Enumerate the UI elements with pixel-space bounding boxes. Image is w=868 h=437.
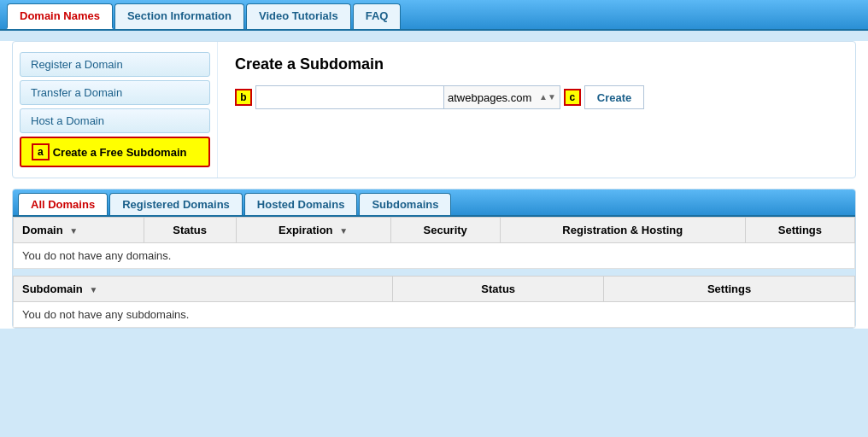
tab-video-tutorials[interactable]: Video Tutorials [246, 3, 351, 29]
tab-hosted-domains[interactable]: Hosted Domains [244, 193, 358, 215]
main-content: Register a Domain Transfer a Domain Host… [0, 41, 868, 329]
domains-table: Domain ▼ Status Expiration ▼ Security Re [13, 217, 855, 269]
subdomain-input[interactable] [255, 85, 443, 109]
sort-arrow-expiration-icon[interactable]: ▼ [339, 226, 348, 236]
host-domain-button[interactable]: Host a Domain [20, 108, 210, 133]
register-domain-button[interactable]: Register a Domain [20, 52, 210, 77]
tab-subdomains[interactable]: Subdomains [359, 193, 451, 215]
no-domains-message: You do not have any domains. [14, 243, 855, 269]
select-arrows-icon: ▲▼ [536, 93, 560, 102]
bottom-tab-bar: All Domains Registered Domains Hosted Do… [13, 189, 855, 217]
tab-all-domains[interactable]: All Domains [18, 193, 108, 215]
subdomains-table: Subdomain ▼ Status Settings You do not h… [13, 276, 855, 328]
col-header-reg-hosting: Registration & Hosting [500, 218, 745, 243]
no-subdomains-message: You do not have any subdomains. [14, 302, 855, 328]
tab-domain-names[interactable]: Domain Names [7, 3, 113, 29]
no-domains-row: You do not have any domains. [14, 243, 855, 269]
top-tab-bar: Domain Names Section Information Video T… [0, 0, 868, 31]
create-subdomain-button[interactable]: Create [584, 85, 644, 109]
col-header-settings: Settings [745, 218, 854, 243]
side-menu: Register a Domain Transfer a Domain Host… [13, 42, 218, 178]
subdomain-form: b atwebpages.com ▲▼ c Create [235, 85, 838, 109]
col-header-subdomain: Subdomain ▼ [14, 277, 393, 302]
col-header-domain: Domain ▼ [14, 218, 144, 243]
badge-b: b [235, 89, 252, 106]
col-header-subdomain-status: Status [393, 277, 604, 302]
badge-c: c [564, 89, 581, 106]
domain-select[interactable]: atwebpages.com [444, 86, 536, 108]
tab-section-information[interactable]: Section Information [114, 3, 244, 29]
tab-faq[interactable]: FAQ [353, 3, 402, 29]
subdomain-panel: Create a Subdomain b atwebpages.com ▲▼ c… [218, 42, 855, 178]
sort-arrow-domain-icon[interactable]: ▼ [69, 226, 78, 236]
upper-panel: Register a Domain Transfer a Domain Host… [12, 41, 856, 178]
no-subdomains-row: You do not have any subdomains. [14, 302, 855, 328]
sort-arrow-subdomain-icon[interactable]: ▼ [89, 285, 97, 294]
create-free-subdomain-button[interactable]: a Create a Free Subdomain [20, 137, 210, 167]
badge-a: a [32, 143, 50, 160]
subdomain-panel-title: Create a Subdomain [235, 55, 838, 73]
col-header-subdomain-settings: Settings [604, 277, 855, 302]
tab-registered-domains[interactable]: Registered Domains [109, 193, 243, 215]
bottom-section: All Domains Registered Domains Hosted Do… [12, 189, 856, 329]
domain-select-wrapper: atwebpages.com ▲▼ [443, 85, 560, 109]
table-divider [13, 269, 855, 276]
transfer-domain-button[interactable]: Transfer a Domain [20, 80, 210, 105]
col-header-expiration: Expiration ▼ [236, 218, 390, 243]
col-header-status: Status [144, 218, 236, 243]
col-header-security: Security [390, 218, 500, 243]
